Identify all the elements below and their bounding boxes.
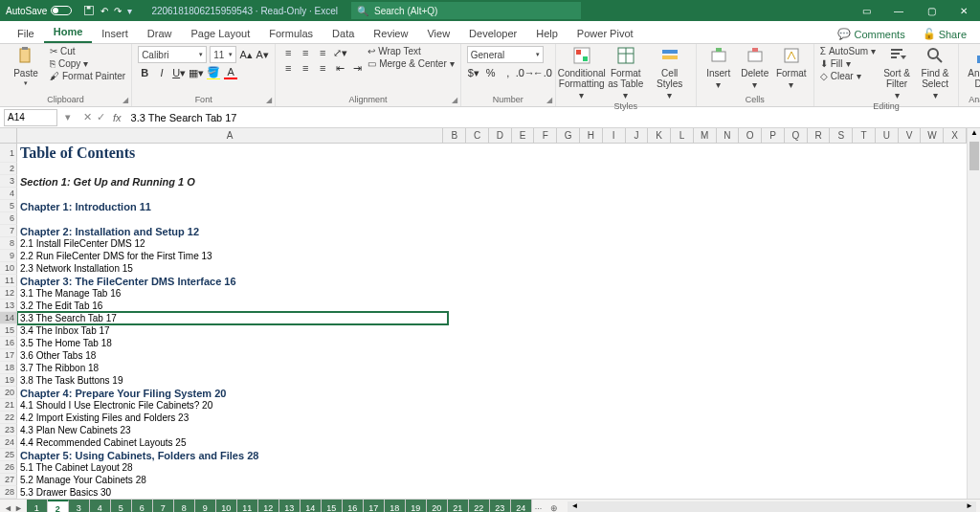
find-select-button[interactable]: Find & Select▾ <box>918 46 952 100</box>
tab-help[interactable]: Help <box>526 24 568 43</box>
cell[interactable]: 3.2 The Edit Tab 16 <box>17 300 448 312</box>
row-header[interactable]: 21 <box>0 399 17 412</box>
cell[interactable]: Chapter 5: Using Cabinets, Folders and F… <box>17 449 448 461</box>
row-header[interactable]: 16 <box>0 337 17 349</box>
cell[interactable]: 4.4 Recommended Cabinet Layouts 25 <box>17 436 448 449</box>
scroll-left-icon[interactable]: ◄ <box>568 501 581 513</box>
italic-button[interactable]: I <box>155 66 168 79</box>
dialog-launcher-icon[interactable]: ◢ <box>452 96 457 104</box>
cell[interactable] <box>17 188 448 200</box>
save-icon[interactable] <box>83 5 95 16</box>
row-header[interactable]: 10 <box>0 262 17 275</box>
align-middle-icon[interactable]: ≡ <box>299 46 312 59</box>
col-header-L[interactable]: L <box>671 128 694 144</box>
cell[interactable]: 3.3 The Search Tab 17 <box>17 312 448 324</box>
format-as-table-button[interactable]: Format as Table▾ <box>606 46 646 100</box>
row-header[interactable]: 19 <box>0 374 17 387</box>
sheet-tab[interactable]: 21 <box>448 500 469 512</box>
align-top-icon[interactable]: ≡ <box>281 46 295 59</box>
cell[interactable]: 5.2 Manage Your Cabinets 28 <box>17 474 448 486</box>
cell[interactable]: 3.5 The Home Tab 18 <box>17 337 448 349</box>
row-header[interactable]: 8 <box>0 237 17 250</box>
col-header-P[interactable]: P <box>762 128 785 144</box>
sheet-tab[interactable]: 1 <box>27 500 48 512</box>
cell[interactable]: 2.3 Network Installation 15 <box>17 262 448 275</box>
col-header-N[interactable]: N <box>717 128 740 144</box>
cell-styles-button[interactable]: Cell Styles▾ <box>650 46 690 100</box>
align-left-icon[interactable]: ≡ <box>281 61 295 75</box>
cell[interactable]: Chapter 4: Prepare Your Filing System 20 <box>17 387 448 399</box>
analyze-data-button[interactable]: Analyze Data <box>965 46 980 89</box>
enter-icon[interactable]: ✓ <box>94 111 107 123</box>
col-header-X[interactable]: X <box>944 128 967 144</box>
tab-power-pivot[interactable]: Power Pivot <box>568 24 643 43</box>
increase-decimal-icon[interactable]: .0→ <box>519 66 532 79</box>
close-icon[interactable]: ✕ <box>947 0 980 21</box>
tab-page-layout[interactable]: Page Layout <box>181 24 259 43</box>
delete-cells-button[interactable]: Delete▾ <box>739 46 771 90</box>
sheet-tab[interactable]: 11 <box>237 500 258 512</box>
row-header[interactable]: 9 <box>0 250 17 262</box>
sheet-tab[interactable]: 8 <box>174 500 195 512</box>
col-header-E[interactable]: E <box>512 128 535 144</box>
vertical-scrollbar[interactable]: ▲ <box>967 128 980 499</box>
tab-home[interactable]: Home <box>44 22 93 43</box>
search-box[interactable]: 🔍 Search (Alt+Q) <box>351 2 581 19</box>
sheet-tab[interactable]: 2 <box>48 500 69 512</box>
cell[interactable]: 3.1 The Manage Tab 16 <box>17 287 448 300</box>
font-size-combo[interactable]: 11▾ <box>210 46 236 63</box>
cell[interactable]: 3.6 Other Tabs 18 <box>17 349 448 362</box>
col-header-D[interactable]: D <box>489 128 512 144</box>
percent-icon[interactable]: % <box>484 66 498 79</box>
merge-center-button[interactable]: ▭Merge & Center ▾ <box>368 58 455 69</box>
row-header[interactable]: 18 <box>0 362 17 374</box>
dialog-launcher-icon[interactable]: ◢ <box>266 96 272 104</box>
accounting-icon[interactable]: $▾ <box>467 66 480 79</box>
orientation-icon[interactable]: ⤢▾ <box>333 46 346 59</box>
sheet-nav-next-icon[interactable]: ► <box>14 503 23 513</box>
sheet-tab[interactable]: 20 <box>427 500 448 512</box>
row-header[interactable]: 23 <box>0 424 17 436</box>
sheet-tab[interactable]: 18 <box>385 500 406 512</box>
row-header[interactable]: 15 <box>0 324 17 337</box>
select-all-corner[interactable] <box>0 128 17 144</box>
cell[interactable]: Section 1: Get Up and Running 1 O <box>17 175 448 188</box>
row-header[interactable]: 11 <box>0 275 17 287</box>
tab-developer[interactable]: Developer <box>459 24 526 43</box>
cell[interactable]: 2.1 Install FileCenter DMS 12 <box>17 237 448 250</box>
sheet-tab[interactable]: 9 <box>195 500 216 512</box>
format-painter-button[interactable]: 🖌Format Painter <box>50 71 125 81</box>
formula-input[interactable]: 3.3 The Search Tab 17 <box>127 112 980 123</box>
sheet-tab[interactable]: 10 <box>216 500 237 512</box>
col-header-V[interactable]: V <box>899 128 922 144</box>
sheet-tab[interactable]: 22 <box>469 500 490 512</box>
col-header-G[interactable]: G <box>557 128 580 144</box>
dropdown-icon[interactable]: ▾ <box>61 111 75 123</box>
sheet-tab[interactable]: 23 <box>490 500 511 512</box>
autosum-button[interactable]: ΣAutoSum ▾ <box>820 46 876 56</box>
tab-file[interactable]: File <box>8 24 44 43</box>
cut-button[interactable]: ✂Cut <box>50 46 125 56</box>
decrease-font-icon[interactable]: A▾ <box>256 48 269 61</box>
sheet-tab[interactable]: 24 <box>511 500 532 512</box>
align-right-icon[interactable]: ≡ <box>316 61 329 75</box>
col-header-J[interactable]: J <box>626 128 649 144</box>
new-sheet-button[interactable]: ⊕ <box>545 503 564 513</box>
tab-formulas[interactable]: Formulas <box>259 24 323 43</box>
bold-button[interactable]: B <box>138 66 151 79</box>
cell[interactable]: 5.1 The Cabinet Layout 28 <box>17 461 448 474</box>
dialog-launcher-icon[interactable]: ◢ <box>546 96 552 104</box>
name-box[interactable]: A14 <box>4 109 57 126</box>
sheet-tab[interactable]: 14 <box>301 500 322 512</box>
tab-data[interactable]: Data <box>323 24 364 43</box>
tab-insert[interactable]: Insert <box>92 24 138 43</box>
number-format-combo[interactable]: General▾ <box>467 46 544 63</box>
undo-icon[interactable]: ↶ <box>100 6 108 16</box>
cell[interactable] <box>17 212 448 225</box>
minimize-icon[interactable]: — <box>882 0 915 21</box>
column-headers[interactable]: ABCDEFGHIJKLMNOPQRSTUVWX <box>17 128 967 144</box>
maximize-icon[interactable]: ▢ <box>915 0 947 21</box>
row-header[interactable]: 7 <box>0 225 17 237</box>
row-header[interactable]: 3 <box>0 175 17 188</box>
sheet-tab[interactable]: 16 <box>343 500 364 512</box>
